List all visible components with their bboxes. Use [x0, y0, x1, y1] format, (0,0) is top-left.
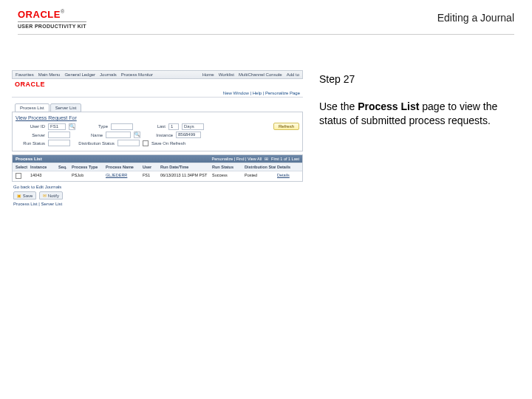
col-run: Run Status	[211, 165, 243, 169]
col-seq: Seq.	[57, 165, 70, 169]
name-label: Name	[73, 133, 103, 137]
col-details: Details	[276, 165, 296, 169]
breadcrumb-item[interactable]: Favorites	[16, 72, 34, 77]
top-link-worklist[interactable]: Worklist	[219, 72, 234, 77]
form-title: View Process Request For	[16, 115, 299, 120]
header-divider	[18, 34, 514, 35]
brand-tm: ®	[61, 9, 64, 14]
col-dist: Distribution Status	[243, 165, 276, 169]
row-checkbox[interactable]	[16, 173, 21, 179]
table-row: 14043 PSJob GLJEDERR FS1 06/13/2013 11:3…	[13, 171, 302, 181]
below-grid: Go back to Edit Journals ▣ Save ✉ Notify…	[12, 182, 303, 209]
col-ptype: Process Type	[70, 165, 104, 169]
instruction-panel: Step 27 Use the Process List page to vie…	[319, 72, 514, 128]
col-date: Run Date/Time	[159, 165, 211, 169]
grid-title: Process List	[16, 157, 42, 161]
cell-details[interactable]: Details	[276, 173, 296, 180]
window-links: New Window | Help | Personalize Page	[12, 89, 303, 98]
runstatus-label: Run Status	[16, 141, 45, 146]
go-back-link[interactable]: Go back to Edit Journals	[13, 185, 301, 189]
grid-head-row: Select Instance Seq. Process Type Proces…	[13, 163, 302, 171]
type-label: Type	[78, 124, 108, 129]
col-instance: Instance	[29, 165, 57, 169]
refresh-button[interactable]: Refresh	[273, 123, 299, 130]
type-select[interactable]	[111, 123, 133, 130]
cell-run: Success	[211, 173, 243, 180]
last-label: Last	[136, 124, 166, 129]
server-select[interactable]	[48, 132, 70, 138]
tab-strip: Process ListServer List	[12, 98, 303, 112]
new-window-link[interactable]: New Window	[223, 91, 249, 95]
instruction-text: Use the Process List page to view the st…	[319, 100, 514, 128]
tab-server-list[interactable]: Server List	[50, 103, 82, 112]
userid-label: User ID	[16, 124, 45, 129]
help-link[interactable]: Help	[253, 91, 262, 95]
cell-user: FS1	[141, 173, 159, 180]
notify-button[interactable]: ✉ Notify	[39, 191, 63, 200]
instance-label: Instance	[143, 133, 173, 137]
col-user: User	[141, 165, 159, 169]
breadcrumb[interactable]: Favorites Main Menu General Ledger Journ…	[12, 70, 303, 79]
top-link-home[interactable]: Home	[202, 72, 214, 77]
cell-name[interactable]: GLJEDERR	[104, 173, 141, 180]
cell-type: PSJob	[70, 173, 104, 180]
cell-seq	[57, 173, 70, 180]
userid-input[interactable]: FS1	[48, 123, 66, 130]
lookup-icon[interactable]: 🔍	[134, 132, 140, 138]
instance-input[interactable]: 8568499	[176, 132, 201, 138]
top-link-addto[interactable]: Add to	[287, 72, 299, 77]
process-grid: Process List Personalize | Find | View A…	[12, 154, 303, 182]
last-input[interactable]: 1	[168, 123, 179, 130]
save-on-refresh-checkbox[interactable]	[143, 140, 149, 146]
filter-form: View Process Request For User ID FS1 🔍 T…	[12, 112, 303, 151]
step-label: Step 27	[319, 72, 514, 86]
diststatus-select[interactable]	[117, 140, 140, 146]
col-pname: Process Name	[104, 165, 141, 169]
grid-header-bar: Process List Personalize | Find | View A…	[13, 155, 302, 163]
inner-brand: ORACLE	[12, 79, 303, 89]
grid-zoom-icon[interactable]: ⊞	[265, 157, 268, 161]
brand-name: ORACLE	[18, 9, 61, 20]
breadcrumb-item[interactable]: Journals	[100, 72, 117, 77]
breadcrumb-item[interactable]: Process Monitor	[121, 72, 153, 77]
tab-process-list[interactable]: Process List	[15, 103, 50, 112]
brand-block: ORACLE® USER PRODUCTIVITY KIT	[18, 9, 86, 29]
cell-instance: 14043	[29, 173, 57, 180]
grid-page-info: First 1 of 1 Last	[271, 157, 299, 161]
top-link-mcc[interactable]: MultiChannel Console	[239, 72, 282, 77]
last-unit-select[interactable]: Days	[182, 123, 204, 130]
page-title: Editing a Journal	[437, 12, 514, 24]
runstatus-select[interactable]	[48, 140, 70, 146]
name-input[interactable]	[106, 132, 131, 138]
cell-dist: Posted	[243, 173, 276, 180]
app-screenshot: Favorites Main Menu General Ledger Journ…	[12, 70, 303, 209]
diststatus-label: Distribution Status	[73, 141, 115, 146]
breadcrumb-item[interactable]: General Ledger	[64, 72, 95, 77]
save-button[interactable]: ▣ Save	[13, 191, 36, 200]
grid-tools-links[interactable]: Personalize | Find | View All	[212, 157, 262, 161]
breadcrumb-item[interactable]: Main Menu	[38, 72, 61, 77]
lookup-icon[interactable]: 🔍	[69, 123, 75, 130]
col-select: Select	[14, 165, 29, 169]
server-label: Server	[16, 133, 45, 137]
footer-links[interactable]: Process List | Server List	[13, 202, 301, 206]
cell-date: 06/13/2013 11:34PM PST	[159, 173, 211, 180]
personalize-link[interactable]: Personalize Page	[265, 91, 300, 95]
save-on-refresh-label: Save On Refresh	[151, 141, 185, 146]
brand-subtitle: USER PRODUCTIVITY KIT	[18, 21, 86, 29]
